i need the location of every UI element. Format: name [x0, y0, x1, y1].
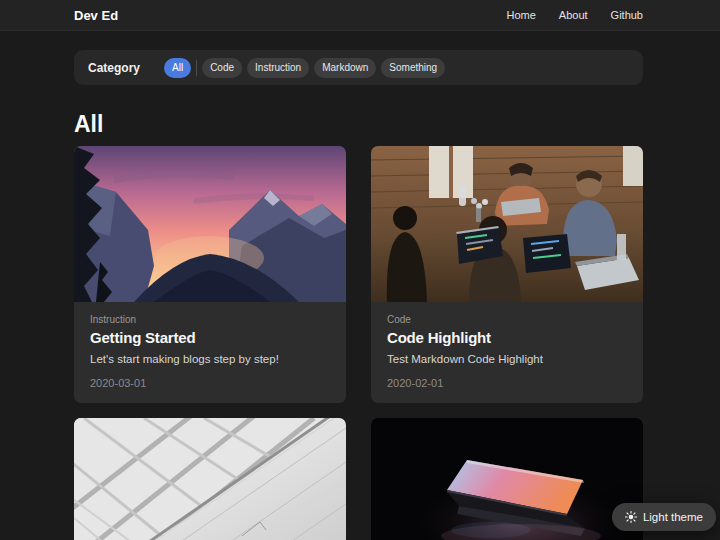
- nav-link-home[interactable]: Home: [506, 9, 535, 21]
- nav-links: Home About Github: [506, 9, 643, 21]
- post-card-architecture[interactable]: [74, 418, 346, 540]
- post-title: Getting Started: [90, 328, 330, 347]
- filter-divider: [196, 60, 197, 76]
- navbar-inner: Dev Ed Home About Github: [74, 8, 643, 23]
- post-category: Instruction: [90, 314, 330, 325]
- post-description: Let's start making blogs step by step!: [90, 352, 330, 366]
- brand-link[interactable]: Dev Ed: [74, 8, 118, 23]
- post-image-yosemite-valley-sunset: [74, 146, 346, 302]
- navbar: Dev Ed Home About Github: [0, 0, 720, 31]
- post-title: Code Highlight: [387, 328, 627, 347]
- post-image-laptop-glowing-in-dark: [371, 418, 643, 540]
- page-title: All: [74, 113, 643, 136]
- post-grid: Instruction Getting Started Let's start …: [74, 146, 643, 540]
- post-card-laptop[interactable]: [371, 418, 643, 540]
- post-image-team-coding-at-table: [371, 146, 643, 302]
- category-pill-code[interactable]: Code: [202, 58, 242, 78]
- main-content: Category All Code Instruction Markdown S…: [74, 50, 643, 540]
- post-description: Test Markdown Code Highlight: [387, 352, 627, 366]
- theme-toggle-button[interactable]: Light theme: [612, 503, 716, 531]
- post-card-getting-started[interactable]: Instruction Getting Started Let's start …: [74, 146, 346, 403]
- category-pill-something[interactable]: Something: [381, 58, 445, 78]
- post-card-body: Instruction Getting Started Let's start …: [74, 302, 346, 403]
- category-filter-bar: Category All Code Instruction Markdown S…: [74, 50, 643, 85]
- nav-link-github[interactable]: Github: [611, 9, 643, 21]
- category-pill-all[interactable]: All: [164, 58, 191, 78]
- theme-toggle-label: Light theme: [643, 511, 703, 523]
- post-date: 2020-02-01: [387, 377, 627, 389]
- filter-label: Category: [88, 61, 140, 75]
- post-card-code-highlight[interactable]: Code Code Highlight Test Markdown Code H…: [371, 146, 643, 403]
- sun-icon: [625, 511, 637, 523]
- category-pills: All Code Instruction Markdown Something: [164, 58, 445, 78]
- post-date: 2020-03-01: [90, 377, 330, 389]
- category-pill-markdown[interactable]: Markdown: [314, 58, 376, 78]
- post-card-body: Code Code Highlight Test Markdown Code H…: [371, 302, 643, 403]
- category-pill-instruction[interactable]: Instruction: [247, 58, 309, 78]
- post-image-white-architecture-lattice: [74, 418, 346, 540]
- nav-link-about[interactable]: About: [559, 9, 588, 21]
- post-category: Code: [387, 314, 627, 325]
